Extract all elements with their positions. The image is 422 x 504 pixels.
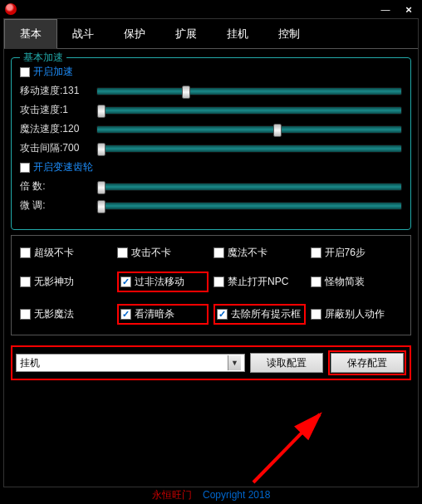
gear-slider-1-slider[interactable] xyxy=(96,202,402,210)
footer-copyright: Copyright 2018 xyxy=(203,489,270,501)
close-button[interactable]: × xyxy=(397,1,420,17)
option-checkbox-0[interactable] xyxy=(20,247,31,258)
option-label-1: 攻击不卡 xyxy=(131,246,171,260)
option-checkbox-6[interactable] xyxy=(213,276,224,287)
enable-speed-checkbox[interactable] xyxy=(20,67,30,77)
option-checkbox-8[interactable] xyxy=(20,309,31,320)
speed-slider-0-thumb[interactable] xyxy=(182,86,190,99)
option-label-9: 看清暗杀 xyxy=(135,307,174,321)
config-combo[interactable]: 挂机 ▼ xyxy=(16,354,245,372)
option-checkbox-10[interactable] xyxy=(217,309,228,320)
option-label-8: 无影魔法 xyxy=(34,307,74,321)
tab-basic[interactable]: 基本 xyxy=(4,19,57,49)
chevron-down-icon: ▼ xyxy=(228,355,241,370)
speed-slider-2-slider[interactable] xyxy=(96,125,402,134)
option-label-4: 无影神功 xyxy=(34,275,74,289)
config-combo-value: 挂机 xyxy=(20,356,40,370)
option-label-3: 开启76步 xyxy=(325,246,366,260)
footer-brand: 永恒旺门 xyxy=(152,489,192,501)
option-checkbox-11[interactable] xyxy=(311,309,321,320)
enable-speed-label: 开启加速 xyxy=(33,65,73,79)
option-checkbox-7[interactable] xyxy=(311,276,321,287)
options-grid: 超级不卡攻击不卡魔法不卡开启76步无影神功过非法移动禁止打开NPC怪物简装无影魔… xyxy=(11,235,411,335)
speed-slider-1-slider[interactable] xyxy=(96,106,402,115)
tab-extend[interactable]: 扩展 xyxy=(160,19,212,48)
tab-bar: 基本 战斗 保护 扩展 挂机 控制 xyxy=(4,19,418,49)
option-label-5: 过非法移动 xyxy=(135,275,184,289)
footer: 永恒旺门 Copyright 2018 xyxy=(0,488,422,502)
speed-slider-0-slider[interactable] xyxy=(96,87,402,95)
option-label-6: 禁止打开NPC xyxy=(228,275,288,289)
tab-protect[interactable]: 保护 xyxy=(109,19,160,48)
speed-slider-3-slider[interactable] xyxy=(96,144,402,153)
gear-slider-1-thumb[interactable] xyxy=(97,200,106,213)
tab-control[interactable]: 控制 xyxy=(263,19,315,48)
app-icon xyxy=(5,3,17,15)
speed-slider-2-thumb[interactable] xyxy=(273,124,282,137)
speed-legend: 基本加速 xyxy=(20,51,66,65)
speed-slider-0-label: 移动速度:131 xyxy=(20,84,91,98)
option-label-10: 去除所有提示框 xyxy=(231,307,301,321)
speed-slider-1-thumb[interactable] xyxy=(97,105,106,118)
config-row: 挂机 ▼ 读取配置 保存配置 xyxy=(11,345,411,380)
option-checkbox-1[interactable] xyxy=(117,247,128,258)
main-frame: 基本 战斗 保护 扩展 挂机 控制 基本加速 开启加速 移动速度:131攻击速度… xyxy=(3,18,419,487)
gear-slider-0-label: 倍 数: xyxy=(20,179,91,193)
option-checkbox-4[interactable] xyxy=(20,276,31,287)
speed-slider-3-label: 攻击间隔:700 xyxy=(20,141,91,155)
option-label-0: 超级不卡 xyxy=(34,246,74,260)
speed-fieldset: 基本加速 开启加速 移动速度:131攻击速度:1魔法速度:120攻击间隔:700… xyxy=(11,57,411,230)
option-label-11: 屏蔽别人动作 xyxy=(325,307,385,321)
option-checkbox-9[interactable] xyxy=(120,309,131,320)
speed-slider-3-thumb[interactable] xyxy=(97,143,106,156)
gear-slider-0-thumb[interactable] xyxy=(97,181,106,194)
enable-gear-label: 开启变速齿轮 xyxy=(33,160,93,174)
option-checkbox-2[interactable] xyxy=(213,247,224,258)
minimize-button[interactable]: — xyxy=(374,1,397,17)
option-label-2: 魔法不卡 xyxy=(228,246,267,260)
save-config-button[interactable]: 保存配置 xyxy=(331,353,404,373)
option-label-7: 怪物简装 xyxy=(325,275,365,289)
speed-slider-1-label: 攻击速度:1 xyxy=(20,103,91,117)
enable-gear-checkbox[interactable] xyxy=(20,163,30,173)
option-checkbox-3[interactable] xyxy=(311,247,321,258)
tab-bot[interactable]: 挂机 xyxy=(212,19,263,48)
option-checkbox-5[interactable] xyxy=(120,276,131,287)
svg-line-0 xyxy=(253,414,320,482)
gear-slider-1-label: 微 调: xyxy=(20,198,91,213)
read-config-button[interactable]: 读取配置 xyxy=(250,353,323,373)
title-bar: — × xyxy=(0,0,422,18)
speed-slider-2-label: 魔法速度:120 xyxy=(20,122,91,136)
gear-slider-0-slider[interactable] xyxy=(96,183,402,191)
tab-combat[interactable]: 战斗 xyxy=(57,19,109,48)
annotation-arrow-icon xyxy=(220,408,336,491)
